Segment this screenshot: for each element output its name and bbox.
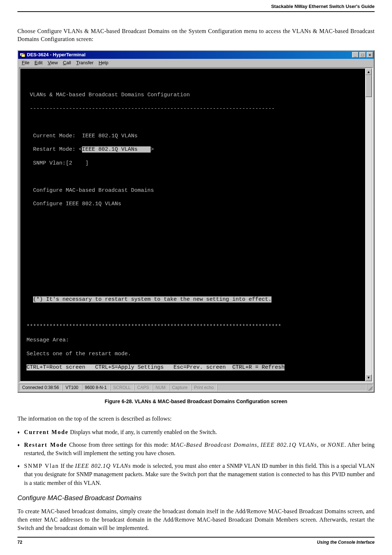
bullet-rest: or — [319, 442, 327, 448]
intro-paragraph: Choose Configure VLANs & MAC-based Broad… — [17, 27, 375, 44]
scroll-thumb[interactable] — [366, 75, 372, 97]
minimize-button[interactable]: _ — [352, 52, 359, 58]
statusbar: Connected 0:38:56 VT100 9600 8-N-1 SCROL… — [18, 383, 374, 392]
svg-rect-1 — [21, 54, 25, 57]
term-snmp-vlan: SNMP Vlan:[2 ] — [23, 160, 362, 167]
status-printecho: Print echo — [191, 384, 217, 391]
status-connected: Connected 0:38:56 — [19, 384, 62, 391]
menu-call[interactable]: Call — [61, 60, 73, 66]
menubar: File Edit View Call Transfer Help — [18, 59, 374, 66]
status-capture: Capture — [169, 384, 191, 391]
term-blank — [23, 242, 362, 249]
bullet-italic: MAC-Based Broadcast Domains — [171, 442, 257, 448]
bullet-list: ♦ Current Mode Displays what mode, if an… — [17, 428, 375, 487]
term-rule: ----------------------------------------… — [23, 106, 362, 113]
term-cfg-mac[interactable]: Configure MAC-based Broadcast Domains — [23, 187, 362, 194]
status-baud: 9600 8-N-1 — [82, 384, 110, 391]
term-blank — [23, 283, 362, 289]
scroll-down-button[interactable]: ▼ — [366, 374, 372, 381]
bullet-lead: Current Mode — [24, 429, 69, 435]
menu-edit[interactable]: Edit — [32, 60, 45, 66]
menu-view[interactable]: View — [45, 60, 60, 66]
term-footer: CTRL+T=Root screen CTRL+S=Apply Settings… — [23, 364, 362, 371]
list-item: ♦ Restart Mode Choose from three setting… — [17, 441, 375, 457]
term-restart-prefix: Restart Mode: < — [23, 146, 82, 153]
term-cfg-8021q[interactable]: Configure IEEE 802.1Q VLANs — [23, 201, 362, 208]
running-header: Stackable NWay Ethernet Switch User's Gu… — [17, 4, 375, 11]
page-number: 72 — [17, 540, 22, 545]
bullet-rest: , — [257, 442, 261, 448]
diamond-icon: ♦ — [17, 429, 20, 436]
diamond-icon: ♦ — [17, 442, 20, 457]
scrollbar[interactable]: ▲ ▼ — [365, 69, 372, 381]
status-num: NUM — [152, 384, 169, 391]
terminal[interactable]: VLANs & MAC-based Broadcast Domains Conf… — [20, 69, 365, 381]
svg-point-2 — [23, 53, 25, 54]
term-stars: ****************************************… — [23, 324, 362, 331]
titlebar: DES-3624 - HyperTerminal _ □ × — [18, 51, 374, 59]
status-scroll: SCROLL — [110, 384, 134, 391]
menu-file[interactable]: File — [20, 60, 32, 66]
term-heading: VLANs & MAC-based Broadcast Domains Conf… — [23, 92, 362, 99]
bullet-lead: SNMP Vlan — [24, 463, 59, 469]
status-term: VT100 — [62, 384, 81, 391]
resize-grip[interactable] — [367, 384, 373, 391]
term-blank — [23, 228, 362, 235]
term-restart-mode: Restart Mode: <IEEE 802.1Q VLANs > — [23, 146, 362, 153]
term-footer-prefix: CTRL+T=Root screen CTRL+S=Apply Settings… — [26, 364, 232, 370]
bullet-italic: IEEE 802.1Q VLANs, — [261, 442, 319, 448]
term-blank — [23, 255, 362, 262]
term-msg-text: Selects one of the restart mode. — [23, 351, 362, 358]
app-icon — [20, 52, 25, 58]
subheading: Configure MAC-Based Broadcast Domains — [17, 494, 375, 502]
bullet-italic: NONE — [327, 442, 344, 448]
scroll-track[interactable] — [366, 75, 372, 374]
figure-caption: Figure 6-28. VLANs & MAC-based Broadcast… — [17, 398, 375, 404]
bullet-lead: Restart Mode — [24, 442, 67, 448]
status-spacer — [217, 384, 367, 391]
term-restart-value[interactable]: IEEE 802.1Q VLANs — [82, 146, 151, 153]
term-blank — [23, 119, 362, 126]
close-button[interactable]: × — [367, 52, 373, 58]
after-fig-para: The information on the top of the screen… — [17, 414, 375, 423]
maximize-button[interactable]: □ — [359, 52, 366, 58]
term-note: (*) It's necessary to restart system to … — [23, 296, 362, 303]
bottom-rule — [17, 537, 375, 538]
bullet-rest: Displays what mode, if any, is currently… — [69, 429, 217, 435]
term-footer-refresh: CTRL+R = Refresh — [232, 364, 285, 370]
term-blank — [23, 78, 362, 85]
term-blank — [23, 174, 362, 181]
bullet-italic: IEEE 802.1Q VLANs — [75, 463, 131, 469]
term-blank — [23, 215, 362, 222]
term-blank — [23, 310, 362, 317]
diamond-icon: ♦ — [17, 463, 20, 487]
top-rule — [17, 11, 375, 12]
hyperterminal-window: DES-3624 - HyperTerminal _ □ × File Edit… — [17, 50, 375, 393]
term-note-inv: (*) It's necessary to restart system to … — [33, 296, 271, 303]
menu-help[interactable]: Help — [97, 60, 111, 66]
list-item: ♦ Current Mode Displays what mode, if an… — [17, 428, 375, 436]
footer-section: Using the Console Interface — [317, 540, 375, 545]
scroll-up-button[interactable]: ▲ — [366, 69, 372, 75]
menu-transfer[interactable]: Transfer — [74, 60, 96, 66]
term-restart-suffix: > — [151, 146, 154, 153]
term-blank — [23, 269, 362, 276]
bullet-rest: Choose from three settings for this mode… — [67, 442, 171, 448]
status-caps: CAPS — [134, 384, 152, 391]
term-msg-area: Message Area: — [23, 337, 362, 344]
page-footer: 72 Using the Console Interface — [17, 537, 375, 545]
body-paragraph: To create MAC-based broadcast domains, s… — [17, 507, 375, 532]
bullet-rest: If the — [59, 463, 75, 469]
term-current-mode: Current Mode: IEEE 802.1Q VLANs — [23, 133, 362, 140]
list-item: ♦ SNMP Vlan If the IEEE 802.1Q VLANs mod… — [17, 462, 375, 487]
window-title: DES-3624 - HyperTerminal — [27, 52, 352, 57]
